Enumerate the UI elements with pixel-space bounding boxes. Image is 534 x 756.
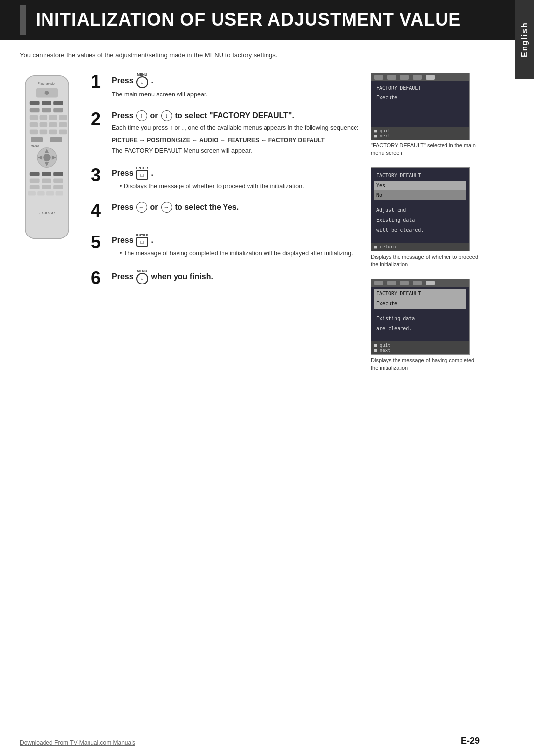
sc1-spacer (374, 103, 466, 123)
step-4-content: Press ← or → to select the Yes. (112, 202, 361, 215)
sc3-label: Displays the message of having completed… (371, 357, 480, 372)
menu-btn-circle: ○ (136, 76, 148, 88)
enter-button-1-icon: ENTER □ (136, 166, 148, 180)
menu-button-icon: MENU ○ (136, 73, 148, 88)
sc3-row-existing: Existing data (374, 314, 466, 324)
svg-rect-33 (53, 172, 63, 176)
step-2-select-text: to select "FACTORY DEFAULT". (175, 111, 294, 120)
down-arrow-icon: ↓ (161, 110, 172, 121)
footer-link[interactable]: Downloaded From TV-Manual.com Manuals (20, 739, 135, 746)
sc3-header (371, 279, 469, 287)
step-1-number: 1 (91, 73, 106, 91)
sc1-header (371, 73, 469, 81)
svg-text:FUJITSU: FUJITSU (39, 211, 55, 215)
menu-btn-2-circle: ○ (136, 273, 148, 284)
sc1-row-1: FACTORY DEFAULT (374, 83, 466, 93)
right-column: FACTORY DEFAULT Execute ■ quit ■ next "F… (371, 73, 480, 372)
step-3-number: 3 (91, 166, 106, 184)
sc2-row-yes: Yes (374, 181, 466, 190)
sc3-body: FACTORY DEFAULT Execute Existing data ar… (371, 287, 469, 339)
sc3-dot-4 (413, 281, 422, 285)
sc2-label: Displays the message of whether to proce… (371, 253, 480, 269)
sc1-body: FACTORY DEFAULT Execute (371, 81, 469, 125)
sc2-spacer (374, 200, 466, 205)
svg-text:MENU: MENU (31, 144, 39, 147)
svg-rect-11 (40, 115, 48, 120)
screen-cap-1: FACTORY DEFAULT Execute ■ quit ■ next (371, 73, 470, 140)
sc2-footer-return: ■ return (374, 244, 466, 249)
step-5-body: • The message of having completed the in… (112, 249, 361, 258)
sc1-row-2: Execute (374, 93, 466, 103)
sc2-spacer2 (374, 235, 466, 239)
sc3-spacer2 (374, 333, 466, 337)
svg-rect-31 (30, 172, 40, 176)
sc3-row-cleared: are cleared. (374, 324, 466, 333)
step-1-body: The main menu screen will appear. (112, 90, 361, 99)
svg-rect-32 (42, 172, 51, 176)
up-arrow-icon: ↑ (136, 110, 147, 121)
step-2-press-label: Press (112, 111, 134, 120)
svg-rect-34 (30, 178, 40, 183)
sc2-row-cleared: will be cleared. (374, 225, 466, 235)
step-2-content: Press ↑ or ↓ to select "FACTORY DEFAULT"… (112, 110, 361, 158)
sc2-row-no: No (374, 190, 466, 200)
step-3-press-label: Press (112, 169, 134, 178)
sc2-footer: ■ return (371, 243, 469, 251)
enter-button-2-icon: ENTER □ (136, 234, 148, 247)
svg-point-3 (45, 91, 49, 95)
svg-rect-13 (59, 115, 67, 120)
right-arrow-icon: → (161, 202, 172, 213)
sc3-footer-next: ■ next (374, 348, 466, 353)
sc3-footer-quit: ■ quit (374, 343, 466, 348)
step-5-press-label: Press (112, 236, 134, 245)
step-1-title: Press MENU ○ . (112, 73, 361, 88)
page-title: INITIALIZATION OF USER ADJUSTMENT VALUE (36, 9, 461, 30)
step-2-title: Press ↑ or ↓ to select "FACTORY DEFAULT"… (112, 110, 361, 121)
svg-point-30 (43, 154, 50, 161)
sc3-row-execute: Execute (374, 299, 466, 309)
intro-text: You can restore the values of the adjust… (20, 51, 480, 59)
sc2-row-adjust: Adjust end (374, 205, 466, 215)
spacer-1 (91, 229, 361, 234)
sc1-footer-quit: ■ quit (374, 128, 466, 133)
steps-area: Plasmavision (20, 73, 480, 372)
svg-rect-7 (30, 108, 40, 113)
step-3-body: • Displays the message of whether to pro… (112, 182, 361, 191)
main-content: You can restore the values of the adjust… (0, 40, 534, 383)
step-6-press-label: Press (112, 272, 134, 281)
left-arrow-icon: ← (136, 202, 147, 213)
step-5-desc: • The message of having completed the in… (112, 249, 361, 258)
svg-rect-39 (53, 185, 63, 189)
screen-cap-2-container: FACTORY DEFAULT Yes No Adjust end Existi… (371, 167, 480, 269)
sc2-body: FACTORY DEFAULT Yes No Adjust end Existi… (371, 168, 469, 241)
svg-rect-22 (31, 137, 43, 142)
step-3-desc: • Displays the message of whether to pro… (112, 182, 361, 191)
svg-rect-9 (53, 108, 63, 113)
sc3-dot-2 (387, 281, 396, 285)
step-4-select-text: to select the Yes. (175, 203, 239, 212)
sc1-label: "FACTORY DEFAULT" selected in the main m… (371, 142, 480, 157)
sc1-dot-3 (400, 75, 409, 80)
enter-btn-1-rect: □ (136, 170, 148, 180)
step-5-content: Press ENTER □ . • The message of having … (112, 234, 361, 260)
svg-rect-5 (42, 101, 51, 105)
svg-rect-20 (49, 129, 57, 134)
screen-cap-1-container: FACTORY DEFAULT Execute ■ quit ■ next "F… (371, 73, 480, 157)
step-2: 2 Press ↑ or ↓ to select "FACTORY DEFAUL… (91, 110, 361, 158)
step-4-or: or (150, 203, 158, 212)
step-6-number: 6 (91, 269, 106, 287)
page-footer: Downloaded From TV-Manual.com Manuals E-… (20, 736, 480, 746)
step-4-title: Press ← or → to select the Yes. (112, 202, 361, 213)
svg-rect-36 (53, 178, 63, 183)
sc3-row-title: FACTORY DEFAULT (374, 289, 466, 299)
step-2-or: or (150, 111, 158, 120)
sc2-row-title: FACTORY DEFAULT (374, 171, 466, 181)
sc1-footer-next: ■ next (374, 133, 466, 138)
screen-cap-2: FACTORY DEFAULT Yes No Adjust end Existi… (371, 167, 470, 251)
step-5: 5 Press ENTER □ . • The message of havin… (91, 234, 361, 260)
sc3-dot-1 (374, 281, 383, 285)
screen-cap-3-container: FACTORY DEFAULT Execute Existing data ar… (371, 279, 480, 372)
sc1-footer: ■ quit ■ next (371, 127, 469, 140)
step-2-number: 2 (91, 110, 106, 128)
svg-rect-37 (30, 185, 40, 189)
